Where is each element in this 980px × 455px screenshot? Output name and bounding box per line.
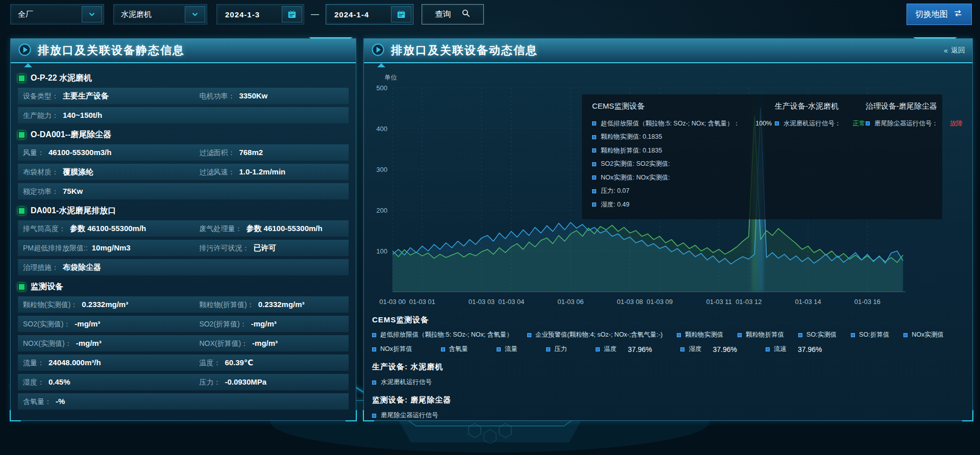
- dynamic-info-panel-title: 排放口及关联设备动态信息: [391, 43, 538, 58]
- tooltip-item: 超低排放限值（颗拉物:5: SOz-; NOx; 含氧量）：100%: [592, 117, 775, 131]
- legend-bullet-icon: [738, 333, 742, 337]
- legend-bullet-icon: [592, 189, 596, 193]
- section-header: O-P-22 水泥磨机: [18, 70, 349, 86]
- field-value: -%: [56, 397, 65, 406]
- info-row: 风量：46100-55300m3/h 过滤面积：768m2: [18, 144, 349, 161]
- legend-item-label: 流量: [505, 345, 518, 353]
- field-value: 参数 46100-55300m/h: [70, 224, 146, 234]
- legend-item[interactable]: 温度37.96%: [596, 345, 652, 353]
- static-info-panel-header: 排放口及关联设备静态信息: [11, 39, 356, 63]
- svg-text:500: 500: [376, 84, 387, 92]
- legend-item[interactable]: NOx实测值: [903, 331, 944, 339]
- info-row: 治理措施：布袋除尘器: [18, 259, 349, 275]
- svg-text:01-03 14: 01-03 14: [795, 298, 821, 306]
- query-button[interactable]: 查询: [422, 4, 484, 24]
- field-label: SO2(折算值)：: [199, 320, 247, 329]
- info-row: 含氧量：-%: [18, 393, 349, 410]
- section-header: O-DA001--磨尾除尘器: [18, 127, 349, 143]
- y-axis-unit-label: 单位: [384, 73, 397, 82]
- legend-item-label: 颗粒物折算值: [746, 331, 784, 339]
- field-label: 颗粒物(折算值)：: [199, 300, 254, 310]
- field-label: 设备类型：: [23, 92, 59, 101]
- switch-map-button[interactable]: 切换地图: [906, 4, 972, 25]
- legend-item[interactable]: SO:折算值: [851, 331, 889, 339]
- field-label: SO2(实测值)：: [23, 320, 70, 329]
- legend-bullet-icon: [766, 347, 770, 351]
- legend-item[interactable]: 企业预警值(颗粒物:4; sOz-; NOx-;含氧气量:-): [527, 331, 663, 339]
- legend-item[interactable]: 水泥磨机运行信号: [372, 378, 964, 387]
- cems-legend-block: CEMS监测设备 超低排放限值（颗拉物:5: SOz-; NOx; 含氧量） 企…: [372, 315, 964, 353]
- device-select[interactable]: 水泥磨机: [113, 4, 207, 24]
- legend-item[interactable]: 压力: [546, 345, 567, 353]
- tooltip-title: 治理设备-磨尾除尘器: [866, 102, 963, 111]
- info-row: 排气筒高度：参数 46100-55300m/h 废气处理量：参数 46100-5…: [18, 220, 349, 237]
- legend-bullet-icon: [592, 175, 596, 180]
- play-icon: [371, 43, 385, 59]
- section-title: O-P-22 水泥磨机: [31, 73, 92, 84]
- legend-bullet-icon: [596, 347, 600, 351]
- field-value: -mg/m³: [251, 319, 277, 328]
- svg-text:01-03 04: 01-03 04: [498, 298, 524, 306]
- tooltip-item-text: 颗粒物折算值: 0.1835: [601, 146, 662, 155]
- field-label: 含氧量：: [23, 397, 52, 407]
- svg-text:300: 300: [376, 166, 387, 173]
- top-toolbar: 全厂 水泥磨机 2024-1-3 — 2024-1-4: [10, 4, 972, 24]
- date-from-value: 2024-1-3: [217, 10, 260, 19]
- legend-item-value: 37.96%: [798, 345, 822, 353]
- dynamic-info-panel: 排放口及关联设备动态信息 « 返回 单位: [363, 38, 973, 421]
- static-info-panel: 排放口及关联设备静态信息 O-P-22 水泥磨机 设备类型：主要生产设备 电机功…: [10, 38, 356, 421]
- legend-bullet-icon: [592, 203, 596, 207]
- tooltip-item-text: SO2实测值: SO2实测值:: [601, 160, 670, 168]
- tooltip-item-text: 磨尾除尘器运行信号：: [874, 119, 938, 128]
- legend-item-label: 湿度: [689, 345, 701, 353]
- legend-bullet-icon: [592, 148, 596, 153]
- legend-item[interactable]: 流速37.96%: [766, 345, 822, 353]
- legend-bullet-icon: [680, 347, 684, 351]
- tooltip-item: 颗粒物折算值: 0.1835: [592, 144, 775, 158]
- calendar-icon: [391, 6, 411, 22]
- switch-map-label: 切换地图: [915, 9, 948, 20]
- static-info-content: O-P-22 水泥磨机 设备类型：主要生产设备 电机功率：3350Kw 生产能力…: [11, 63, 356, 410]
- info-row: SO2(实测值)：-mg/m³ SO2(折算值)：-mg/m³: [18, 316, 349, 332]
- tooltip-item: 水泥磨机运行信号：正常: [775, 117, 866, 131]
- field-value: 60.39℃: [225, 358, 253, 367]
- tooltip-item: NOx实测值: NOx实测值:: [592, 171, 775, 185]
- tooltip-item-text: 水泥磨机运行信号：: [783, 119, 841, 128]
- legend-item[interactable]: 超低排放限值（颗拉物:5: SOz-; NOx; 含氧量）: [372, 331, 513, 339]
- chevron-down-icon: [185, 6, 205, 22]
- legend-item[interactable]: 湿度37.96%: [680, 345, 737, 353]
- field-value: 140~150t/h: [63, 111, 102, 119]
- legend-item-label: 温度: [604, 345, 617, 353]
- legend-item-label: 流速: [774, 345, 787, 353]
- legend-item[interactable]: 流量: [497, 345, 518, 353]
- status-fault: 故障: [950, 119, 963, 128]
- legend-item-label: 企业预警值(颗粒物:4; sOz-; NOx-;含氧气量:-): [535, 331, 663, 339]
- monitor-device-block: 监测设备: 磨尾除尘器 磨尾除尘器运行信号: [372, 395, 964, 420]
- info-row: 设备类型：主要生产设备 电机功率：3350Kw: [18, 88, 349, 104]
- svg-text:01-03 00: 01-03 00: [379, 298, 405, 306]
- legend-item[interactable]: 颗粒物实测值: [677, 331, 723, 339]
- field-label: 流量：: [23, 359, 44, 368]
- tooltip-item: 颗粒物实测值: 0.1835: [592, 131, 775, 144]
- search-icon: [461, 9, 471, 20]
- legend-item[interactable]: 颗粒物折算值: [738, 331, 784, 339]
- field-label: 过滤风速：: [199, 168, 235, 177]
- legend-item[interactable]: NOx折算值: [372, 345, 412, 353]
- query-button-label: 查询: [435, 9, 451, 20]
- plant-select[interactable]: 全厂: [10, 4, 104, 24]
- tooltip-item-text: 压力: 0.07: [601, 187, 629, 195]
- date-from-input[interactable]: 2024-1-3: [216, 4, 304, 24]
- legend-bullet-icon: [592, 121, 596, 125]
- legend-item[interactable]: 磨尾除尘器运行信号: [372, 411, 964, 420]
- field-label: 生产能力：: [23, 111, 59, 120]
- back-button[interactable]: « 返回: [944, 46, 965, 55]
- legend-item[interactable]: SO:实测值: [798, 331, 837, 339]
- legend-bullet-icon: [372, 381, 376, 385]
- chart-tooltip: CEMS监测设备 超低排放限值（颗拉物:5: SOz-; NOx; 含氧量）：1…: [582, 94, 942, 219]
- legend-bullet-icon: [592, 162, 596, 166]
- chevron-down-icon: [82, 6, 102, 22]
- date-to-input[interactable]: 2024-1-4: [326, 4, 413, 24]
- svg-text:01-03 12: 01-03 12: [736, 298, 762, 306]
- legend-item[interactable]: 含氧量: [441, 345, 469, 353]
- legend-row: NOx折算值 含氧量 流量 压力 温度37.96% 湿度37.96% 流速37.…: [372, 345, 964, 353]
